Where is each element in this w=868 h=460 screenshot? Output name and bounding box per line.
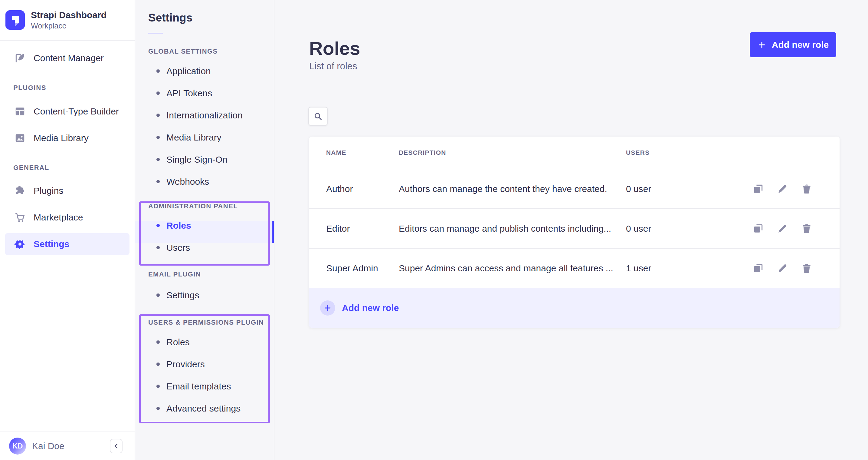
role-users-count: 0 user [626,184,717,194]
subnav-item-webhooks[interactable]: Webhooks [135,171,274,193]
sidebar-footer: KD Kai Doe [0,432,135,460]
role-description: Editors can manage and publish contents … [399,224,626,234]
pencil-icon [777,223,789,234]
subnav-item-single-sign-on[interactable]: Single Sign-On [135,148,274,171]
pen-icon [14,52,26,64]
delete-button[interactable] [801,183,813,195]
bullet-icon [156,91,160,95]
sidebar-item-label: Content Manager [34,53,104,63]
table-row[interactable]: Super Admin Super Admins can access and … [309,249,840,288]
duplicate-button[interactable] [752,262,765,275]
workspace-name: Workplace [31,22,106,30]
add-new-role-button[interactable]: Add new role [750,32,836,57]
avatar[interactable]: KD [9,438,26,455]
page-subtitle: List of roles [309,61,357,72]
edit-button[interactable] [777,262,789,275]
sidebar-item-marketplace[interactable]: Marketplace [5,206,129,228]
edit-button[interactable] [777,223,789,235]
bullet-icon [156,384,160,388]
main-content: Roles List of roles Add new role NAME DE… [275,0,868,460]
role-name: Super Admin [309,263,399,274]
subnav-item-media-library[interactable]: Media Library [135,126,274,148]
role-name: Author [309,184,399,194]
role-users-count: 1 user [626,263,717,274]
puzzle-icon [14,185,26,197]
subnav-item-up-email-templates[interactable]: Email templates [135,375,274,397]
sidebar-item-label: Media Library [34,133,89,143]
sidebar-item-content-type-builder[interactable]: Content-Type Builder [5,100,129,122]
sidebar-item-label: Content-Type Builder [34,106,119,117]
sidebar-section-plugins: PLUGINS [0,84,135,91]
trash-icon [801,183,813,195]
layout-icon [14,106,26,117]
sidebar-item-plugins[interactable]: Plugins [5,180,129,202]
brand[interactable]: Strapi Dashboard Workplace [0,0,135,40]
subnav-section-administration-panel: ADMINISTRATION PANEL [148,203,274,210]
bullet-icon [156,158,160,161]
bullet-icon [156,69,160,73]
role-users-count: 0 user [626,224,717,234]
role-name: Editor [309,224,399,234]
settings-subnav: Settings GLOBAL SETTINGS Application API… [135,0,274,460]
subnav-item-admin-users[interactable]: Users [135,236,274,259]
subnav-item-internationalization[interactable]: Internationalization [135,104,274,126]
subnav-item-application[interactable]: Application [135,60,274,82]
picture-icon [14,132,26,144]
duplicate-button[interactable] [752,183,765,195]
divider [148,33,163,34]
trash-icon [801,263,813,274]
active-item-indicator [272,221,274,243]
bullet-icon [156,246,160,249]
bullet-icon [156,407,160,410]
bullet-icon [156,114,160,117]
sidebar-item-label: Plugins [34,185,63,196]
subnav-item-email-settings[interactable]: Settings [135,284,274,306]
bullet-icon [156,180,160,183]
duplicate-button[interactable] [752,223,765,235]
edit-button[interactable] [777,183,789,195]
table-row[interactable]: Editor Editors can manage and publish co… [309,209,840,249]
sidebar-section-general: GENERAL [0,164,135,171]
subnav-item-up-providers[interactable]: Providers [135,353,274,375]
table-header-row: NAME DESCRIPTION USERS [309,137,840,169]
footer-add-label: Add new role [342,303,399,313]
add-new-role-footer[interactable]: Add new role [309,288,840,328]
bullet-icon [156,340,160,344]
sidebar-item-label: Marketplace [34,212,83,223]
pencil-icon [777,183,789,195]
strapi-logo-icon [5,10,25,30]
collapse-sidebar-button[interactable] [110,439,123,453]
column-header-users: USERS [626,149,717,156]
duplicate-icon [752,223,765,234]
table-row[interactable]: Author Authors can manage the content th… [309,169,840,209]
duplicate-icon [752,263,765,274]
trash-icon [801,223,813,234]
subnav-item-admin-roles[interactable]: Roles [135,214,274,236]
bullet-icon [156,224,160,227]
search-button[interactable] [308,107,328,126]
subnav-section-users-permissions-plugin: USERS & PERMISSIONS PLUGIN [148,319,274,326]
column-header-name: NAME [309,149,399,156]
sidebar-item-content-manager[interactable]: Content Manager [5,47,129,69]
gear-icon [14,238,26,250]
sidebar-item-settings[interactable]: Settings [5,233,129,255]
subnav-item-api-tokens[interactable]: API Tokens [135,82,274,104]
plus-icon [757,40,766,49]
bullet-icon [156,136,160,139]
subnav-item-up-roles[interactable]: Roles [135,331,274,353]
column-header-description: DESCRIPTION [399,149,626,156]
sidebar-item-media-library[interactable]: Media Library [5,127,129,149]
cart-icon [14,212,26,223]
sidebar-item-label: Settings [34,239,69,249]
app-title: Strapi Dashboard [31,10,106,21]
delete-button[interactable] [801,262,813,275]
role-description: Authors can manage the content they have… [399,184,626,194]
plus-circle-icon [320,300,335,316]
role-description: Super Admins can access and manage all f… [399,263,626,274]
delete-button[interactable] [801,223,813,235]
roles-table: NAME DESCRIPTION USERS Author Authors ca… [309,137,840,328]
subnav-section-global-settings: GLOBAL SETTINGS [148,48,274,55]
subnav-item-up-advanced-settings[interactable]: Advanced settings [135,397,274,420]
search-icon [313,111,323,121]
chevron-left-icon [112,442,120,450]
